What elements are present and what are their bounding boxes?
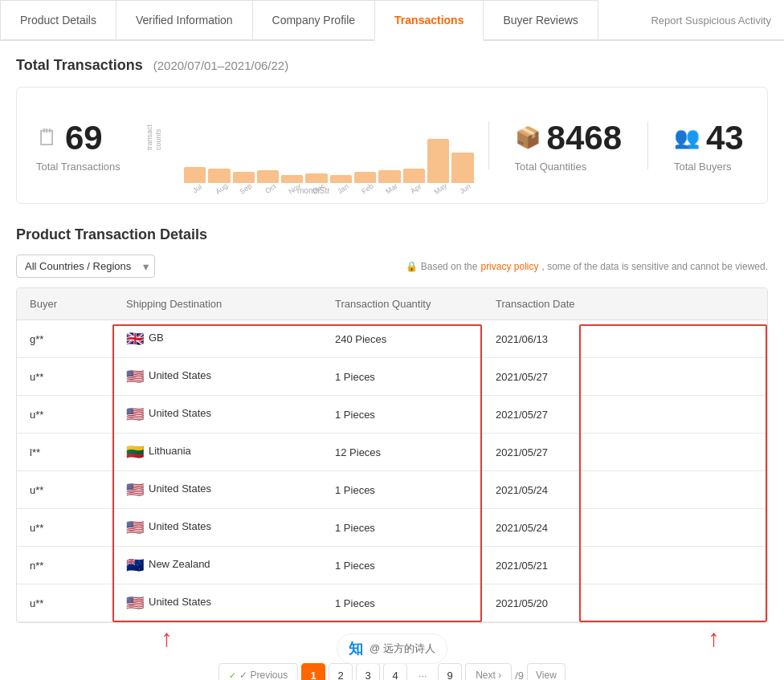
total-transactions-label: Total Transactions (36, 161, 120, 173)
total-transactions-value: 69 (65, 119, 103, 157)
total-transactions-stat: 🗒 69 Total Transactions (17, 112, 145, 179)
bar-label: Jan (336, 182, 350, 196)
bar (427, 139, 449, 183)
page-2[interactable]: 2 (329, 663, 353, 680)
cell-quantity: 1 Pieces (322, 509, 483, 547)
cell-date: 2021/06/13 (483, 320, 767, 358)
table-body: g**🇬🇧GB240 Pieces2021/06/13u**🇺🇸United S… (17, 320, 767, 622)
tab-bar: Product Details Verified Information Com… (0, 0, 784, 41)
section-title: Product Transaction Details (16, 226, 768, 243)
bar-label: Oct (263, 182, 277, 195)
cell-destination: 🇺🇸United States (113, 471, 322, 509)
tab-buyer-reviews[interactable]: Buyer Reviews (483, 0, 598, 39)
total-quantities-value: 8468 (547, 119, 622, 157)
cell-destination: 🇺🇸United States (113, 584, 322, 622)
table-row: l**🇱🇹Lithuania12 Pieces2021/05/27 (17, 434, 767, 471)
buyers-icon: 👥 (674, 125, 700, 150)
total-buyers-stat: 👥 43 Total Buyers (655, 112, 767, 179)
bar-group: Mar (378, 170, 400, 193)
cell-buyer: g** (17, 320, 113, 358)
chart-y-label: transactcounts (145, 97, 163, 177)
bar-group: Apr (403, 169, 425, 193)
watermark: 知 @ 远方的诗人 (337, 633, 447, 664)
total-buyers-value: 43 (706, 119, 744, 157)
col-destination-header: Shipping Destination (113, 288, 322, 320)
cell-destination: 🇺🇸United States (113, 509, 322, 547)
table-row: u**🇺🇸United States1 Pieces2021/05/27 (17, 358, 767, 396)
bar-group: Jul (184, 167, 206, 193)
bar (257, 170, 279, 183)
table-header: Buyer Shipping Destination Transaction Q… (17, 288, 767, 320)
tab-product-details[interactable]: Product Details (0, 0, 116, 39)
page-1[interactable]: 1 (301, 663, 325, 680)
prev-button[interactable]: ✓ ✓ Previous (218, 663, 298, 680)
cell-buyer: u** (17, 358, 113, 396)
bar-group: Sep (233, 172, 255, 193)
lock-icon: 🔒 (406, 261, 418, 272)
arrow-left: ↑ (161, 626, 173, 650)
transactions-icon: 🗒 (36, 124, 59, 151)
page-9[interactable]: 9 (438, 663, 462, 680)
chart-bars: JulAugSepOctNovDecJanFebMarAprMayJun (184, 121, 474, 193)
chart-area: transactcounts JulAugSepOctNovDecJanFebM… (145, 97, 482, 193)
cell-quantity: 240 Pieces (322, 320, 483, 358)
total-quantities-stat: 📦 8468 Total Quantities (496, 112, 641, 179)
bar-group: Jun (451, 153, 473, 193)
tab-transactions[interactable]: Transactions (374, 0, 484, 41)
bar-label: Mar (385, 182, 399, 196)
cell-destination: 🇺🇸United States (113, 358, 322, 396)
cell-buyer: u** (17, 509, 113, 547)
page-3[interactable]: 3 (356, 663, 380, 680)
bar-label: May (433, 181, 449, 196)
bar (208, 169, 230, 183)
table-row: u**🇺🇸United States1 Pieces2021/05/27 (17, 396, 767, 434)
table-row: u**🇺🇸United States1 Pieces2021/05/24 (17, 509, 767, 547)
view-button[interactable]: View (527, 663, 566, 680)
tab-company-profile[interactable]: Company Profile (252, 0, 376, 39)
page-4[interactable]: 4 (383, 663, 407, 680)
privacy-policy-link[interactable]: privacy policy (480, 261, 538, 272)
bar-group: Oct (257, 170, 279, 193)
country-filter-wrap[interactable]: All Countries / Regions ▾ (16, 254, 155, 278)
cell-buyer: u** (17, 471, 113, 509)
cell-date: 2021/05/27 (483, 396, 767, 434)
bar-label: Sep (239, 181, 254, 195)
transaction-table: Buyer Shipping Destination Transaction Q… (17, 288, 767, 622)
table-row: n**🇳🇿New Zealand1 Pieces2021/05/21 (17, 547, 767, 584)
bar (305, 173, 327, 183)
main-content: Total Transactions (2020/07/01–2021/06/2… (0, 41, 784, 680)
cell-quantity: 12 Pieces (322, 434, 483, 471)
summary-row: 🗒 69 Total Transactions transactcounts J… (16, 87, 768, 204)
tab-report[interactable]: Report Suspicious Activity (638, 2, 784, 39)
total-quantities-label: Total Quantities (515, 161, 587, 173)
bar (403, 169, 425, 183)
next-button[interactable]: Next › (465, 663, 512, 680)
cell-buyer: u** (17, 584, 113, 622)
filter-bar: All Countries / Regions ▾ 🔒 Based on the… (16, 254, 768, 278)
arrow-right: ↑ (708, 625, 720, 651)
tab-verified-information[interactable]: Verified Information (116, 0, 253, 39)
bar (354, 172, 376, 183)
bar-label: Jun (458, 182, 472, 196)
cell-quantity: 1 Pieces (322, 584, 483, 622)
cell-quantity: 1 Pieces (322, 471, 483, 509)
total-buyers-label: Total Buyers (674, 161, 732, 173)
country-filter[interactable]: All Countries / Regions (16, 254, 155, 278)
bar-group: May (427, 139, 449, 193)
page-total: /9 (515, 670, 524, 681)
stat-divider-1 (488, 121, 489, 169)
table-row: u**🇺🇸United States1 Pieces2021/05/20 (17, 584, 767, 622)
bar-group: Feb (354, 172, 376, 193)
privacy-note: 🔒 Based on the privacy policy , some of … (406, 261, 768, 272)
page-ellipsis: ··· (410, 663, 435, 680)
bar-group: Aug (208, 169, 230, 193)
cell-quantity: 1 Pieces (322, 547, 483, 584)
stat-divider-2 (647, 121, 648, 169)
cell-buyer: l** (17, 434, 113, 471)
transaction-table-wrapper: Buyer Shipping Destination Transaction Q… (16, 287, 768, 623)
table-row: g**🇬🇧GB240 Pieces2021/06/13 (17, 320, 767, 358)
bar-label: Jul (191, 183, 203, 195)
cell-destination: 🇱🇹Lithuania (113, 434, 322, 471)
watermark-icon: 知 (349, 639, 363, 658)
cell-date: 2021/05/20 (483, 584, 767, 622)
